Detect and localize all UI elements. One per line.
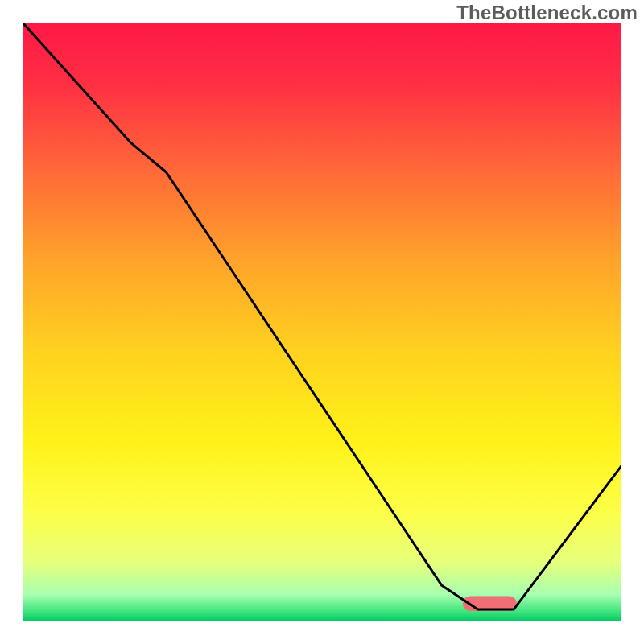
watermark-text: TheBottleneck.com — [456, 2, 638, 24]
plot-background — [23, 23, 621, 621]
chart-container: TheBottleneck.com — [0, 0, 644, 644]
plot-svg — [23, 23, 621, 621]
